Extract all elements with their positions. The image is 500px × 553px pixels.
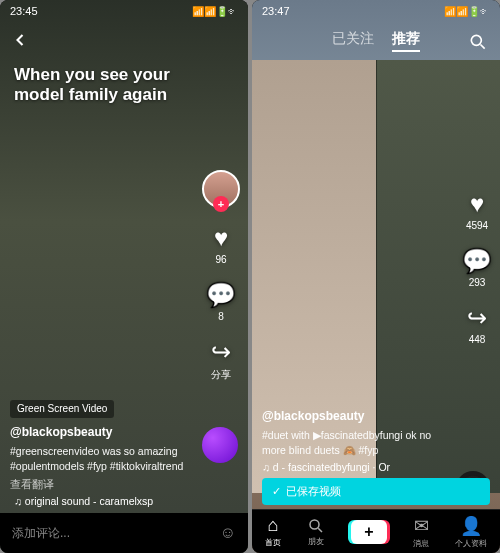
like-count: 4594: [466, 220, 488, 231]
video-caption[interactable]: #greenscreenvideo was so amazing #opulen…: [10, 444, 188, 473]
follow-plus-icon[interactable]: +: [213, 196, 229, 212]
effect-badge[interactable]: Green Screen Video: [10, 400, 114, 418]
svg-point-1: [310, 520, 319, 529]
comment-button[interactable]: 💬 8: [206, 281, 236, 322]
comment-count: 8: [218, 311, 224, 322]
nav-label: 首页: [265, 537, 281, 548]
music-title: ♫ d - fascinatedbyfungi · Or: [262, 460, 390, 475]
status-time: 23:45: [10, 5, 38, 17]
nav-label: 消息: [413, 538, 429, 549]
comment-button[interactable]: 💬 293: [462, 247, 492, 288]
nav-discover[interactable]: 朋友: [307, 517, 325, 547]
share-icon: ↪: [211, 338, 231, 366]
nav-label: 朋友: [308, 536, 324, 547]
svg-point-0: [471, 35, 481, 45]
status-icons: 📶📶🔋ᯤ: [444, 6, 490, 17]
floating-action-button[interactable]: [202, 427, 238, 463]
nav-home[interactable]: ⌂ 首页: [265, 515, 281, 548]
emoji-icon[interactable]: ☺: [220, 524, 236, 542]
music-info[interactable]: ♫ d - fascinatedbyfungi · Or: [262, 460, 440, 475]
video-overlay-text: When you see your model family again: [14, 65, 218, 105]
phone-screen-left: 23:45 📶📶🔋ᯤ When you see your model famil…: [0, 0, 248, 553]
tab-recommend[interactable]: 推荐: [392, 30, 420, 52]
like-button[interactable]: ♥ 96: [214, 224, 228, 265]
comment-placeholder: 添加评论...: [12, 525, 70, 542]
top-tabs: 已关注 推荐: [252, 30, 500, 52]
video-caption[interactable]: #duet with ▶fascinatedbyfungi ok no more…: [262, 428, 440, 457]
saved-text: 已保存视频: [286, 484, 341, 499]
comment-input-bar[interactable]: 添加评论... ☺: [0, 513, 248, 553]
share-button[interactable]: ↪ 448: [467, 304, 487, 345]
heart-icon: ♥: [470, 190, 484, 218]
saved-toast[interactable]: ✓ 已保存视频: [262, 478, 490, 505]
status-icons: 📶📶🔋ᯤ: [192, 6, 238, 17]
share-icon: ↪: [467, 304, 487, 332]
comment-icon: 💬: [206, 281, 236, 309]
author-username[interactable]: @blackopsbeauty: [262, 408, 440, 425]
status-time: 23:47: [262, 5, 290, 17]
nav-label: 个人资料: [455, 538, 487, 549]
status-bar: 23:45 📶📶🔋ᯤ: [0, 0, 248, 22]
music-info[interactable]: ♫ original sound - caramelxsp: [10, 494, 188, 509]
like-count: 96: [215, 254, 226, 265]
share-button[interactable]: ↪ 分享: [211, 338, 231, 382]
share-count: 448: [469, 334, 486, 345]
tab-following[interactable]: 已关注: [332, 30, 374, 52]
caption-area: Green Screen Video @blackopsbeauty #gree…: [10, 400, 188, 509]
comment-count: 293: [469, 277, 486, 288]
bottom-nav: ⌂ 首页 朋友 + ✉ 消息 👤 个人资料: [252, 509, 500, 553]
share-label: 分享: [211, 368, 231, 382]
nav-create-button[interactable]: +: [351, 520, 387, 544]
back-button[interactable]: [10, 30, 30, 50]
translate-link[interactable]: 查看翻译: [10, 477, 188, 492]
inbox-icon: ✉: [414, 515, 429, 537]
action-rail: + ♥ 96 💬 8 ↪ 分享: [202, 170, 240, 382]
comment-icon: 💬: [462, 247, 492, 275]
music-title: ♫ original sound - caramelxsp: [14, 494, 153, 509]
action-rail: ♥ 4594 💬 293 ↪ 448: [462, 190, 492, 345]
home-icon: ⌂: [268, 515, 279, 536]
nav-inbox[interactable]: ✉ 消息: [413, 515, 429, 549]
heart-icon: ♥: [214, 224, 228, 252]
status-bar: 23:47 📶📶🔋ᯤ: [252, 0, 500, 22]
caption-area: @blackopsbeauty #duet with ▶fascinatedby…: [262, 408, 440, 475]
author-avatar[interactable]: +: [202, 170, 240, 208]
person-icon: 👤: [460, 515, 482, 537]
discover-icon: [307, 517, 325, 535]
author-username[interactable]: @blackopsbeauty: [10, 424, 188, 441]
like-button[interactable]: ♥ 4594: [466, 190, 488, 231]
search-button[interactable]: [468, 32, 488, 52]
check-icon: ✓: [272, 485, 281, 498]
nav-me[interactable]: 👤 个人资料: [455, 515, 487, 549]
phone-screen-right: 23:47 📶📶🔋ᯤ 已关注 推荐 ♥ 4594 💬 293 ↪ 448 @bl…: [252, 0, 500, 553]
